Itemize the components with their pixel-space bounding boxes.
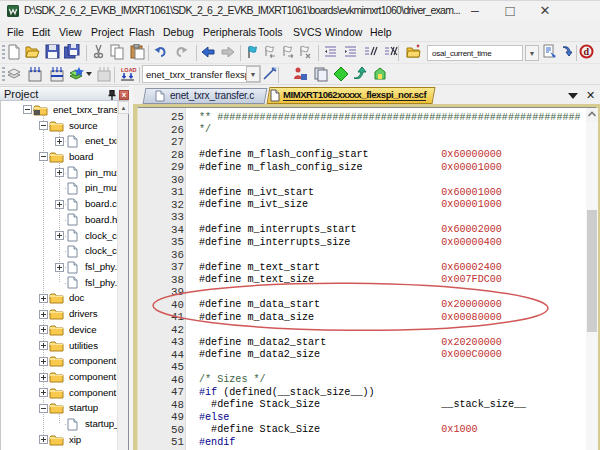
svg-text:d: d — [584, 46, 590, 57]
svg-text:LOAD: LOAD — [121, 67, 137, 73]
